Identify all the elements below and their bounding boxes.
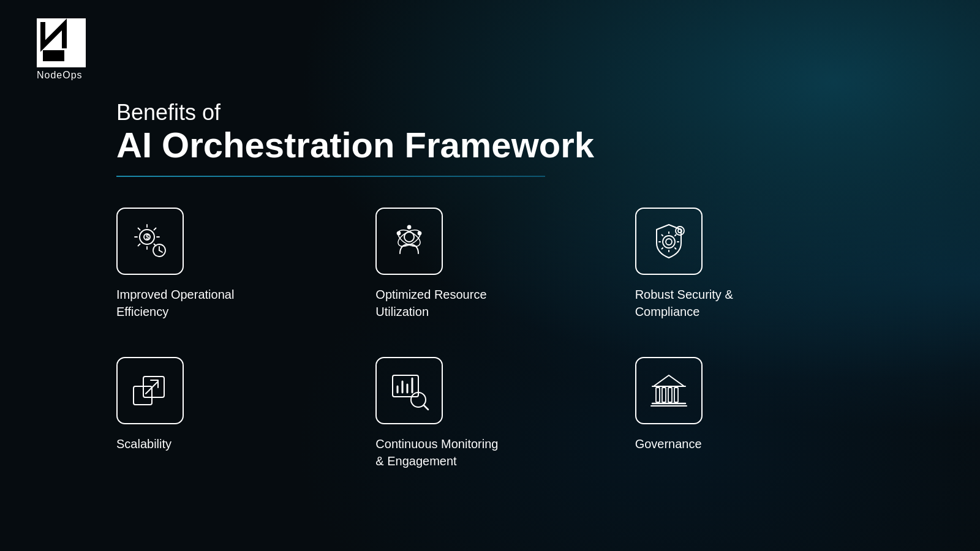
svg-point-32 [676, 227, 684, 235]
svg-point-21 [408, 225, 411, 228]
benefit-governance: Governance [635, 357, 894, 470]
benefit-label-monitoring: Continuous Monitoring& Engagement [375, 435, 498, 470]
svg-rect-45 [656, 388, 660, 402]
svg-rect-47 [668, 388, 672, 402]
svg-line-15 [159, 250, 162, 252]
svg-point-22 [663, 236, 675, 248]
svg-line-11 [138, 244, 140, 246]
benefit-label-governance: Governance [635, 435, 702, 452]
svg-point-18 [396, 227, 423, 249]
heading-divider [116, 176, 545, 177]
monitoring-icon [388, 369, 431, 412]
svg-text:$: $ [146, 234, 149, 241]
heading-subtitle: Benefits of [116, 99, 943, 126]
benefit-scalability: Scalability [116, 357, 375, 470]
icon-box-scalability [116, 357, 184, 424]
benefit-resource-utilization: Optimized ResourceUtilization [375, 208, 635, 320]
logo-text: NodeOps [37, 70, 83, 81]
icon-box-monitoring [375, 357, 443, 424]
benefit-label-security: Robust Security &Compliance [635, 286, 733, 320]
svg-rect-1 [43, 50, 64, 61]
icon-box-operational: $ [116, 208, 184, 275]
benefit-operational-efficiency: $ Improved OperationalEfficiency [116, 208, 375, 320]
benefits-grid: $ Improved OperationalEfficiency [116, 208, 894, 470]
svg-point-19 [398, 231, 401, 234]
svg-line-29 [675, 248, 676, 249]
resource-utilization-icon [388, 220, 431, 263]
governance-icon [647, 369, 690, 412]
benefit-security-compliance: Robust Security &Compliance [635, 208, 894, 320]
benefit-label-scalability: Scalability [116, 435, 172, 452]
security-compliance-icon [647, 220, 690, 263]
nodeops-logo-icon [37, 18, 86, 67]
benefit-label-resource: Optimized ResourceUtilization [375, 286, 486, 320]
svg-rect-46 [662, 388, 666, 402]
icon-box-resource [375, 208, 443, 275]
benefit-label-operational: Improved OperationalEfficiency [116, 286, 234, 320]
svg-rect-48 [674, 388, 678, 402]
icon-box-security [635, 208, 703, 275]
svg-point-20 [418, 231, 421, 234]
icon-box-governance [635, 357, 703, 424]
scalability-icon [129, 369, 172, 412]
heading-title: AI Orchestration Framework [116, 126, 943, 165]
svg-line-31 [662, 248, 663, 249]
svg-line-8 [138, 228, 140, 230]
svg-line-28 [662, 234, 663, 236]
svg-line-10 [154, 228, 156, 230]
svg-line-43 [424, 405, 428, 410]
heading-area: Benefits of AI Orchestration Framework [116, 99, 943, 165]
benefit-monitoring: Continuous Monitoring& Engagement [375, 357, 635, 470]
operational-efficiency-icon: $ [129, 220, 172, 263]
svg-point-23 [666, 239, 672, 245]
svg-line-30 [675, 234, 676, 236]
logo-area: NodeOps [37, 18, 943, 81]
